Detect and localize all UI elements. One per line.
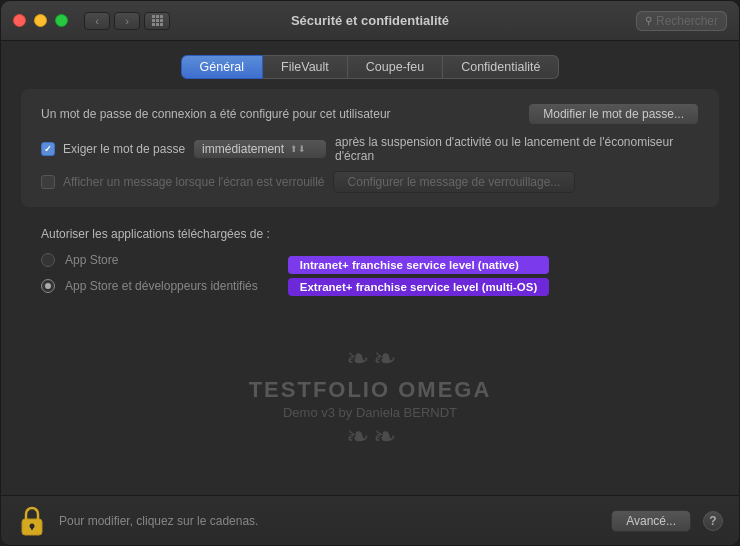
tab-filevault[interactable]: FileVault [263,55,348,79]
lock-icon-container [17,503,47,539]
radio-options: App Store App Store et développeurs iden… [41,253,258,299]
radio-label-appstore: App Store [65,253,118,267]
watermark: ❧ ❧ TESTFOLIO OMEGA Demo v3 by Daniela B… [21,299,719,495]
traffic-lights [13,14,68,27]
advanced-button[interactable]: Avancé... [611,510,691,532]
main-window: ‹ › Sécurité et confidentialité ⚲ Recher… [0,0,740,546]
footer-text: Pour modifier, cliquez sur le cadenas. [59,514,599,528]
password-section: Un mot de passe de connexion a été confi… [21,89,719,207]
watermark-ornament: ❧ ❧ [346,342,394,375]
maximize-button[interactable] [55,14,68,27]
svg-rect-2 [31,526,33,530]
dropdown-value: immédiatement [202,142,284,156]
badge-extranet[interactable]: Extranet+ franchise service level (multi… [288,278,549,296]
after-text: après la suspension d'activité ou le lan… [335,135,699,163]
message-row: Afficher un message lorsque l'écran est … [41,171,699,193]
title-bar: ‹ › Sécurité et confidentialité ⚲ Recher… [1,1,739,41]
window-title: Sécurité et confidentialité [291,13,449,28]
password-row: Un mot de passe de connexion a été confi… [41,103,699,125]
tab-coupe-feu[interactable]: Coupe-feu [348,55,443,79]
forward-button[interactable]: › [114,12,140,30]
require-checkbox[interactable] [41,142,55,156]
apps-title: Autoriser les applications téléchargées … [41,227,699,241]
search-placeholder: Rechercher [656,14,718,28]
configure-message-button: Configurer le message de verrouillage... [333,171,576,193]
close-button[interactable] [13,14,26,27]
require-row: Exiger le mot de passe immédiatement ⬆⬇ … [41,135,699,163]
lock-icon [19,505,45,537]
password-description: Un mot de passe de connexion a été confi… [41,107,391,121]
message-checkbox[interactable] [41,175,55,189]
apps-row: App Store App Store et développeurs iden… [41,253,699,299]
help-button[interactable]: ? [703,511,723,531]
minimize-button[interactable] [34,14,47,27]
tab-general[interactable]: Général [181,55,263,79]
footer: Pour modifier, cliquez sur le cadenas. A… [1,495,739,545]
nav-buttons: ‹ › [84,12,140,30]
require-label: Exiger le mot de passe [63,142,185,156]
watermark-subtitle: Demo v3 by Daniela BERNDT [283,405,457,420]
dropdown-timing[interactable]: immédiatement ⬆⬇ [193,139,327,159]
grid-icon [152,15,163,26]
badge-intranet[interactable]: Intranet+ franchise service level (nativ… [288,256,549,274]
tabs-bar: Général FileVault Coupe-feu Confidential… [21,55,719,79]
main-content: Général FileVault Coupe-feu Confidential… [1,41,739,495]
search-icon: ⚲ [645,15,652,26]
search-box[interactable]: ⚲ Rechercher [636,11,727,31]
radio-label-identified: App Store et développeurs identifiés [65,279,258,293]
apps-section: Autoriser les applications téléchargées … [21,217,719,309]
radio-appstore[interactable] [41,253,55,267]
watermark-title: TESTFOLIO OMEGA [249,377,492,403]
watermark-ornament-bottom: ❧ ❧ [346,420,394,453]
radio-identified[interactable] [41,279,55,293]
dropdown-arrow-icon: ⬆⬇ [290,144,306,154]
tab-confidentialite[interactable]: Confidentialité [443,55,559,79]
modify-password-button[interactable]: Modifier le mot de passe... [528,103,699,125]
radio-option-identified: App Store et développeurs identifiés [41,279,258,293]
grid-button[interactable] [144,12,170,30]
message-label: Afficher un message lorsque l'écran est … [63,175,325,189]
badges-column: Intranet+ franchise service level (nativ… [288,256,549,296]
back-button[interactable]: ‹ [84,12,110,30]
radio-option-appstore: App Store [41,253,258,267]
